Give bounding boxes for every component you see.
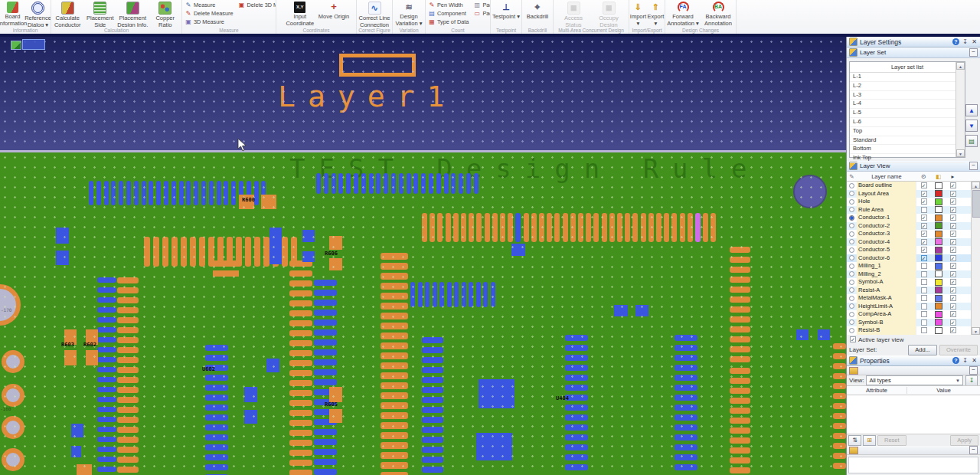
pcb-pin[interactable] [563, 213, 568, 242]
layer-row-conductor-6[interactable]: Conductor-6✓✓ [847, 254, 980, 263]
pcb-pin[interactable] [547, 213, 552, 242]
pcb-pin[interactable] [289, 370, 312, 376]
pcb-pin[interactable] [833, 403, 846, 409]
pad-button[interactable]: ▭Pad [471, 9, 490, 18]
pcb-pin[interactable] [354, 173, 358, 194]
pcb-pin[interactable] [289, 330, 312, 336]
pcb-pin[interactable] [117, 407, 139, 413]
layer-active-radio[interactable] [849, 280, 854, 285]
pcb-pin[interactable] [422, 347, 443, 353]
pcb-pin[interactable] [565, 414, 588, 421]
visibility-checkbox[interactable]: ✓ [921, 182, 927, 188]
pcb-pin[interactable] [289, 290, 312, 296]
pcb-pin[interactable] [289, 360, 312, 366]
pcb-pin[interactable] [675, 424, 697, 431]
pcb-pin[interactable] [205, 414, 228, 421]
layer-color-swatch[interactable] [935, 206, 942, 213]
pcb-pad[interactable] [270, 228, 282, 264]
pcb-pin[interactable] [422, 367, 443, 373]
pin-properties-button[interactable]: ↧ [965, 375, 978, 386]
pcb-pin[interactable] [126, 181, 131, 205]
pcb-pad[interactable] [86, 350, 98, 365]
pcb-pin[interactable] [381, 422, 408, 429]
pcb-pin[interactable] [289, 460, 312, 466]
pcb-pin[interactable] [289, 340, 312, 346]
pcb-pin[interactable] [384, 173, 388, 194]
layer-active-radio[interactable] [849, 264, 854, 269]
pcb-pin[interactable] [833, 463, 846, 469]
visibility-checkbox[interactable] [921, 207, 927, 213]
layer-color-swatch[interactable] [935, 198, 942, 205]
pcb-pin[interactable] [314, 379, 337, 385]
pin-icon[interactable]: ↧ [962, 38, 969, 45]
pcb-pad[interactable] [56, 251, 69, 265]
layer-color-swatch[interactable] [935, 215, 942, 221]
pcb-pin[interactable] [179, 181, 184, 205]
pcb-pin[interactable] [186, 181, 191, 205]
pcb-pin[interactable] [117, 397, 139, 403]
pcb-pin[interactable] [97, 357, 116, 362]
detail-checkbox[interactable]: ✓ [950, 198, 956, 205]
pcb-pin[interactable] [675, 464, 697, 470]
pcb-pin[interactable] [314, 310, 337, 316]
pcb-pin[interactable] [289, 400, 312, 406]
pcb-ring-pad[interactable] [2, 384, 24, 407]
layer-set-item-bottom[interactable]: Bottom [850, 145, 965, 154]
pcb-pin[interactable] [314, 439, 337, 445]
pcb-pin[interactable] [314, 369, 337, 375]
pcb-pin[interactable] [97, 287, 116, 293]
pcb-pin[interactable] [422, 377, 443, 383]
pcb-pin[interactable] [369, 173, 374, 194]
visibility-checkbox[interactable] [921, 263, 927, 269]
layer-color-swatch[interactable] [935, 303, 942, 310]
pcb-pin[interactable] [565, 444, 588, 450]
pcb-pin[interactable] [134, 181, 139, 205]
layer-row-comparea-a[interactable]: CompArea-A✓ [847, 310, 980, 319]
pcb-pin[interactable] [675, 414, 697, 421]
layer-active-radio[interactable] [849, 328, 854, 333]
pcb-pin[interactable] [164, 181, 168, 205]
pcb-pin[interactable] [641, 213, 646, 242]
pcb-pin[interactable] [539, 213, 544, 242]
pcb-pin[interactable] [89, 181, 93, 205]
layer-set-item-l-3[interactable]: L-3 [850, 91, 965, 100]
visibility-checkbox[interactable] [921, 279, 927, 285]
pcb-pin[interactable] [565, 464, 588, 470]
pcb-pin[interactable] [376, 173, 381, 194]
pcb-pin[interactable] [730, 356, 750, 362]
layer-color-swatch[interactable] [935, 254, 942, 261]
pcb-pin[interactable] [381, 342, 408, 349]
pcb-pin[interactable] [205, 444, 228, 450]
pcb-pin[interactable] [162, 237, 168, 267]
pcb-pin[interactable] [675, 405, 697, 411]
pcb-pin[interactable] [205, 454, 228, 460]
pcb-pad[interactable] [511, 244, 525, 256]
layer-set-item-l-6[interactable]: L-6 [850, 118, 965, 127]
pcb-pin[interactable] [97, 437, 116, 442]
pcb-pin[interactable] [245, 237, 251, 267]
pcb-pin[interactable] [730, 287, 750, 293]
forward-annotation-button[interactable]: FAForward Annotation ▾ [665, 1, 701, 27]
pcb-pin[interactable] [483, 282, 488, 307]
pcb-pin[interactable] [97, 417, 116, 422]
layer-row-conductor-2[interactable]: Conductor-2✓✓ [847, 222, 980, 231]
pcb-pin[interactable] [833, 433, 846, 439]
pcb-pin[interactable] [436, 173, 441, 194]
pcb-pin[interactable] [833, 383, 846, 389]
pcb-pad[interactable] [818, 329, 830, 340]
placement-design-info-button[interactable]: Placement Design Info. [116, 1, 149, 27]
pcb-pad[interactable] [266, 359, 279, 372]
pcb-pin[interactable] [675, 375, 697, 381]
pcb-pin[interactable] [117, 437, 139, 443]
pcb-pin[interactable] [181, 237, 187, 267]
layer-active-radio[interactable] [849, 199, 854, 205]
pcb-pin[interactable] [314, 349, 337, 355]
pcb-pin[interactable] [675, 395, 697, 401]
visibility-checkbox[interactable]: ✓ [921, 215, 927, 221]
pcb-pin[interactable] [97, 427, 116, 432]
layer-row-hole[interactable]: Hole✓✓ [847, 198, 980, 206]
detail-checkbox[interactable]: ✓ [950, 182, 956, 188]
pcb-pin[interactable] [117, 317, 139, 323]
canvas-mini-green-icon[interactable] [11, 41, 21, 50]
pcb-pin[interactable] [119, 181, 123, 205]
